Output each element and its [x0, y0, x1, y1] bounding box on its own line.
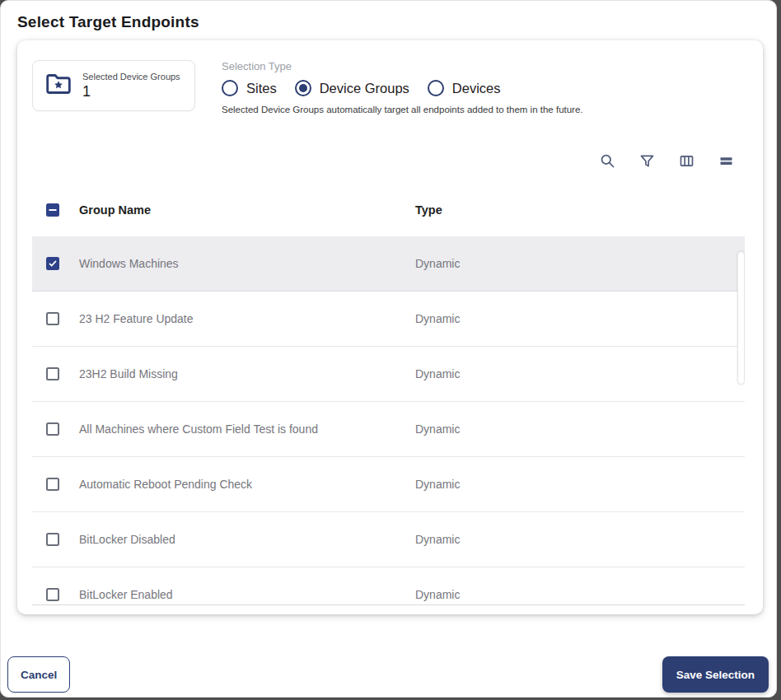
row-checkbox[interactable]: [46, 367, 59, 380]
column-header-group-name[interactable]: Group Name: [79, 203, 415, 217]
select-target-endpoints-dialog: Select Target Endpoints Selected Device …: [0, 0, 777, 698]
radio-circle[interactable]: [295, 80, 311, 96]
type-cell: Dynamic: [415, 257, 745, 270]
selection-type-radio-group: Sites Device Groups Devices: [222, 80, 583, 96]
group-name-cell: Automatic Reboot Pending Check: [79, 478, 415, 491]
table-row[interactable]: 23H2 Build Missing Dynamic: [32, 347, 745, 402]
row-checkbox[interactable]: [46, 312, 59, 325]
radio-circle[interactable]: [428, 80, 444, 96]
selection-type-label: Selection Type: [222, 60, 583, 72]
row-checkbox[interactable]: [46, 257, 59, 270]
group-name-cell: Windows Machines: [79, 257, 415, 270]
row-checkbox-cell: [46, 312, 79, 325]
selected-device-groups-card: Selected Device Groups 1: [32, 60, 195, 111]
device-groups-table: Group Name Type Windows Machines Dynamic…: [32, 138, 745, 605]
table-header-row: Group Name Type: [32, 184, 745, 236]
radio-circle[interactable]: [222, 80, 238, 96]
row-checkbox[interactable]: [46, 533, 59, 546]
row-checkbox-cell: [46, 422, 79, 436]
selection-helper-text: Selected Device Groups automatically tar…: [222, 105, 583, 114]
columns-icon[interactable]: [678, 152, 695, 170]
group-name-cell: BitLocker Enabled: [79, 588, 415, 601]
row-checkbox[interactable]: [46, 478, 59, 491]
type-cell: Dynamic: [415, 478, 745, 491]
group-name-cell: BitLocker Disabled: [79, 533, 415, 546]
search-icon[interactable]: [599, 152, 616, 170]
group-name-cell: All Machines where Custom Field Test is …: [79, 422, 415, 436]
row-checkbox-cell: [46, 367, 79, 380]
radio-devices[interactable]: Devices: [428, 80, 501, 96]
row-checkbox-cell: [46, 588, 79, 601]
radio-label: Device Groups: [320, 81, 409, 96]
radio-label: Sites: [246, 81, 277, 96]
row-checkbox-cell: [46, 533, 79, 546]
type-cell: Dynamic: [415, 533, 745, 546]
summary-count: 1: [82, 83, 180, 100]
table-row[interactable]: Windows Machines Dynamic: [32, 236, 745, 292]
select-all-checkbox[interactable]: [46, 203, 59, 217]
top-summary-row: Selected Device Groups 1 Selection Type …: [32, 60, 745, 114]
table-row[interactable]: BitLocker Enabled Dynamic: [32, 567, 745, 605]
content-card: Selected Device Groups 1 Selection Type …: [17, 40, 763, 614]
summary-text: Selected Device Groups 1: [82, 72, 180, 100]
table-toolbar: [32, 138, 745, 184]
table-row[interactable]: All Machines where Custom Field Test is …: [32, 402, 745, 457]
group-name-cell: 23H2 Build Missing: [79, 367, 415, 380]
row-checkbox[interactable]: [46, 422, 59, 436]
vertical-scrollbar[interactable]: [737, 251, 745, 385]
selection-type-block: Selection Type Sites Device Groups Devic…: [222, 60, 583, 114]
type-cell: Dynamic: [415, 312, 745, 325]
folder-star-icon: [44, 70, 72, 101]
row-checkbox-cell: [46, 478, 79, 491]
row-checkbox[interactable]: [46, 588, 59, 601]
column-header-type[interactable]: Type: [415, 203, 745, 217]
header-checkbox-cell: [46, 203, 79, 217]
summary-label: Selected Device Groups: [82, 72, 180, 82]
type-cell: Dynamic: [415, 422, 745, 436]
radio-sites[interactable]: Sites: [222, 80, 277, 96]
table-rows-viewport: Windows Machines Dynamic 23 H2 Feature U…: [32, 236, 745, 605]
radio-label: Devices: [452, 81, 501, 96]
table-row[interactable]: 23 H2 Feature Update Dynamic: [32, 292, 745, 347]
radio-device-groups[interactable]: Device Groups: [295, 80, 409, 96]
page-title: Select Target Endpoints: [1, 1, 776, 31]
group-name-cell: 23 H2 Feature Update: [79, 312, 415, 325]
filter-icon[interactable]: [638, 152, 656, 170]
table-row[interactable]: Automatic Reboot Pending Check Dynamic: [32, 457, 745, 512]
row-checkbox-cell: [46, 257, 79, 270]
type-cell: Dynamic: [415, 367, 745, 380]
table-rows: Windows Machines Dynamic 23 H2 Feature U…: [32, 236, 745, 605]
density-icon[interactable]: [718, 152, 735, 170]
save-selection-button[interactable]: Save Selection: [662, 656, 769, 693]
type-cell: Dynamic: [415, 588, 745, 601]
cancel-button[interactable]: Cancel: [7, 656, 70, 693]
table-row[interactable]: BitLocker Disabled Dynamic: [32, 512, 745, 567]
